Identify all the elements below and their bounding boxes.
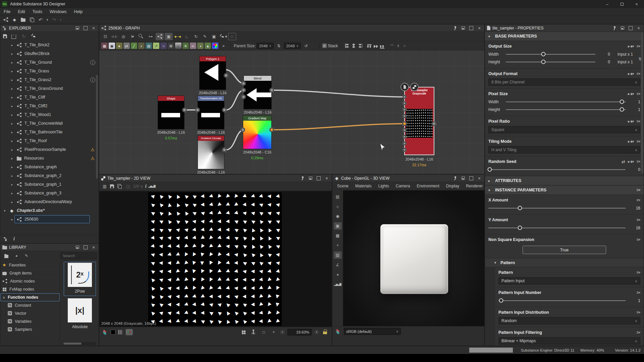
expand-chevron-icon[interactable] bbox=[10, 174, 14, 178]
close-icon[interactable]: × bbox=[636, 25, 642, 31]
maximize-button[interactable] bbox=[614, 0, 629, 8]
preset-icon[interactable] bbox=[636, 139, 640, 144]
pixel-width-slider[interactable] bbox=[506, 102, 626, 102]
comment-badge-icon[interactable] bbox=[400, 83, 409, 91]
histogram-icon[interactable] bbox=[149, 183, 155, 190]
explorer-item[interactable]: T_Tile_Grass bbox=[0, 67, 99, 75]
node-chip-links-icon[interactable]: ∞ bbox=[190, 43, 196, 49]
preset-icon[interactable] bbox=[636, 237, 640, 242]
explorer-item[interactable]: T_Tile_Ground bbox=[0, 58, 99, 67]
view3d-menu-item[interactable]: Materials bbox=[352, 182, 375, 190]
explorer-item[interactable]: Gbuffer2Brick bbox=[0, 49, 99, 58]
refresh-icon[interactable] bbox=[20, 33, 27, 40]
distribute-h-icon[interactable]: ⁺⁺ bbox=[389, 44, 394, 48]
copy-image-icon[interactable] bbox=[116, 183, 123, 190]
visibility-icon[interactable]: ◕ bbox=[334, 271, 342, 278]
node-shape[interactable]: Shape 2048x2048 - L16 0.57ms bbox=[158, 96, 184, 129]
expand-chevron-icon[interactable] bbox=[10, 200, 14, 204]
close-icon[interactable]: × bbox=[91, 245, 97, 250]
pattern-input-number-slider[interactable] bbox=[498, 300, 626, 301]
preset-icon[interactable] bbox=[636, 44, 640, 49]
expand-chevron-icon[interactable] bbox=[10, 113, 14, 117]
output-format-select[interactable]: 8 Bits per Channel∨ bbox=[488, 78, 640, 86]
float-icon[interactable] bbox=[620, 25, 626, 31]
expand-chevron-icon[interactable] bbox=[10, 52, 14, 56]
explorer-item[interactable]: T_Tile_Grass2 bbox=[0, 75, 99, 84]
graph-canvas[interactable]: Polygon 1 2048x2048 - L16 1.32ms Blend 2… bbox=[99, 51, 484, 174]
align-top-icon[interactable] bbox=[367, 43, 372, 49]
pattern-select[interactable]: Pattern Input∨ bbox=[498, 277, 640, 285]
explorer-item[interactable]: T_Tile_Cliff bbox=[0, 93, 99, 102]
parent-stack-icon[interactable]: ▣ bbox=[165, 33, 173, 40]
toolbar-overflow-button[interactable]: » bbox=[219, 42, 227, 50]
node-tilesampler[interactable]: Tile Sampler Grayscale ▶▶▶▶▶▶▶▶▶▶▶▶▶▶▶▶▶… bbox=[405, 87, 434, 155]
input-dot[interactable] bbox=[241, 95, 246, 99]
node-chip-colorwheel-icon[interactable] bbox=[212, 43, 218, 49]
snap-grid-icon[interactable]: ∷ bbox=[228, 33, 236, 40]
camera-icon[interactable]: ◉ bbox=[334, 213, 342, 220]
expand-chevron-icon[interactable] bbox=[10, 87, 14, 90]
maximize-icon[interactable] bbox=[468, 176, 474, 181]
uv-mode-select[interactable]: UV ∨ bbox=[133, 184, 143, 189]
pixel-height-slider[interactable] bbox=[506, 109, 626, 110]
light-icon[interactable]: ☼ bbox=[334, 203, 342, 210]
base-parameters-section[interactable]: ▾BASE PARAMETERS bbox=[485, 32, 644, 41]
expand-chevron-icon[interactable] bbox=[10, 191, 14, 195]
save-icon[interactable] bbox=[3, 34, 7, 38]
maximize-icon[interactable] bbox=[468, 25, 474, 31]
explorer-item[interactable]: T_Tile_Roof bbox=[0, 136, 99, 145]
node-chip-blur-icon[interactable]: ● bbox=[116, 43, 122, 49]
view3d-menu-item[interactable]: Renderer bbox=[463, 182, 486, 190]
function-icon[interactable] bbox=[628, 140, 634, 143]
size-link-icon[interactable]: ⇅ bbox=[275, 42, 283, 50]
explorer-item[interactable]: PixelProcessorSample bbox=[0, 145, 99, 154]
input-dot[interactable] bbox=[241, 81, 246, 85]
export-icon[interactable] bbox=[10, 33, 17, 40]
zoom-in-icon[interactable]: • bbox=[314, 330, 319, 335]
node-chip-dirwarp-icon[interactable]: ↗ bbox=[153, 43, 159, 49]
view2d-canvas[interactable]: ▶▶▶▶▶▶▶▶▶▶▶▶▶▶▶▶▶▶▶▶▶▶▶▶▶▶▶▶▶▶▶▶▶▶▶▶▶▶▶▶… bbox=[99, 191, 332, 327]
bake-icon[interactable]: ▣ bbox=[210, 33, 218, 40]
node-chip-transform-icon[interactable]: ▨ bbox=[146, 43, 152, 49]
node-blend[interactable]: Blend 2048x2048 - L16 0.09ms bbox=[244, 76, 271, 109]
explorer-item[interactable]: Substance_graph bbox=[0, 163, 99, 171]
input-dot[interactable] bbox=[241, 88, 246, 92]
preset-icon[interactable] bbox=[636, 92, 640, 96]
menu-item[interactable]: Help bbox=[70, 8, 87, 15]
mannequin-icon[interactable] bbox=[250, 329, 257, 336]
undo-history-caret[interactable] bbox=[45, 16, 49, 23]
add-folder-icon[interactable] bbox=[3, 252, 10, 259]
library-category[interactable]: Vector bbox=[0, 309, 60, 317]
colorspace-select[interactable]: sRGB (default)∨ bbox=[344, 328, 401, 335]
float-icon[interactable] bbox=[460, 25, 466, 31]
expand-chevron-icon[interactable] bbox=[10, 165, 14, 169]
menu-item[interactable]: Tools bbox=[29, 8, 46, 15]
explorer-item[interactable]: T_Tile_GrassGround bbox=[0, 84, 99, 93]
view3d-viewport[interactable] bbox=[343, 190, 484, 326]
explorer-item[interactable]: AdvancedDirectionalWarp bbox=[0, 197, 99, 206]
undo-button[interactable] bbox=[37, 16, 45, 23]
distribute-v-icon[interactable]: ± bbox=[395, 44, 401, 48]
input-dot[interactable] bbox=[196, 108, 200, 112]
explorer-item[interactable]: Resources bbox=[0, 154, 99, 163]
lock-icon[interactable] bbox=[322, 329, 329, 336]
input-dot[interactable] bbox=[403, 148, 406, 152]
x-amount-slider[interactable] bbox=[488, 208, 626, 208]
scale-gizmo-icon[interactable]: ∠ bbox=[334, 261, 342, 268]
input-dot[interactable] bbox=[403, 102, 406, 105]
expand-chevron-icon[interactable] bbox=[10, 122, 14, 125]
filter-icon[interactable]: ◕ bbox=[13, 252, 20, 259]
function-icon[interactable] bbox=[628, 45, 634, 48]
float-icon[interactable] bbox=[74, 245, 80, 250]
menu-item[interactable]: File bbox=[0, 8, 14, 15]
preset-icon[interactable] bbox=[636, 198, 640, 202]
explorer-scrollbar[interactable] bbox=[96, 75, 98, 179]
align-center-icon[interactable] bbox=[351, 44, 356, 48]
pattern-input-filtering-select[interactable]: Bilinear + Mipmaps∨ bbox=[498, 337, 640, 345]
wireframe-grid-icon[interactable]: ▦ bbox=[334, 232, 342, 239]
expand-chevron-icon[interactable] bbox=[10, 183, 14, 186]
input-dot[interactable] bbox=[403, 108, 406, 111]
preset-icon[interactable] bbox=[636, 330, 640, 335]
node-polygon[interactable]: Polygon 1 2048x2048 - L16 1.32ms bbox=[200, 56, 226, 89]
expand-chevron-icon[interactable] bbox=[10, 96, 14, 99]
